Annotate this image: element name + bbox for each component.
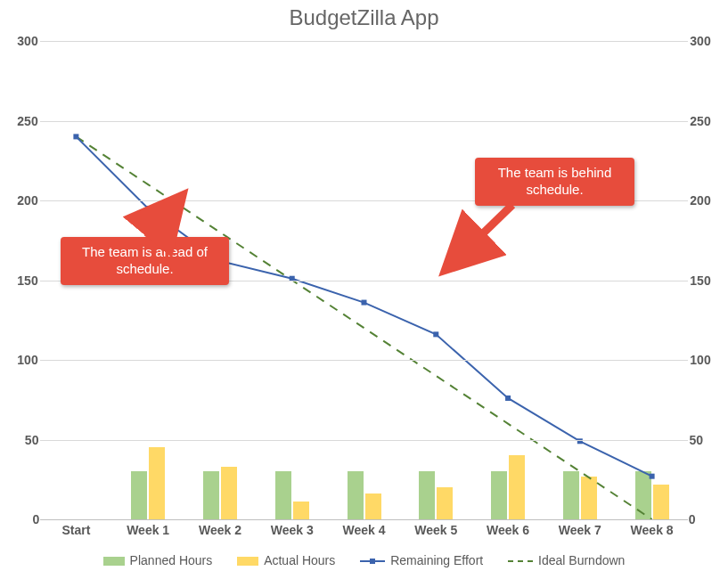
- svg-rect-1: [145, 206, 151, 211]
- y-tick: 50: [25, 433, 39, 447]
- legend-actual: Actual Hours: [237, 553, 335, 567]
- x-tick: Week 2: [199, 523, 241, 537]
- y-tick: 150: [690, 273, 710, 288]
- svg-rect-4: [362, 300, 367, 306]
- y-tick: 300: [17, 34, 37, 48]
- y-tick: 100: [690, 353, 710, 367]
- y-tick: 200: [17, 193, 37, 208]
- annotation-ahead: The team is ahead of schedule.: [61, 237, 229, 285]
- y-tick: 150: [17, 273, 37, 288]
- x-tick: Week 4: [343, 523, 386, 537]
- burndown-chart: BudgetZilla App 005050100100150150200200…: [0, 0, 728, 571]
- y-tick: 50: [690, 433, 704, 447]
- x-tick: Week 1: [127, 523, 169, 537]
- svg-rect-8: [650, 474, 655, 479]
- x-tick: Week 3: [271, 523, 314, 537]
- legend-planned: Planned Hours: [103, 553, 213, 567]
- x-tick: Week 8: [631, 523, 674, 537]
- x-axis-ticks: StartWeek 1Week 2Week 3Week 4Week 5Week …: [40, 523, 688, 541]
- svg-rect-6: [505, 396, 511, 401]
- legend-ideal: Ideal Burndown: [508, 553, 625, 567]
- y-tick: 250: [690, 114, 710, 128]
- chart-title: BudgetZilla App: [0, 5, 728, 30]
- svg-rect-5: [433, 331, 438, 337]
- legend: Planned Hours Actual Hours Remaining Eff…: [0, 553, 728, 567]
- x-tick: Week 5: [414, 523, 457, 537]
- y-tick: 0: [689, 512, 696, 526]
- y-tick: 250: [17, 114, 37, 128]
- y-tick: 200: [690, 193, 710, 208]
- x-tick: Start: [61, 523, 90, 537]
- y-tick: 100: [17, 353, 37, 367]
- svg-rect-0: [73, 134, 78, 139]
- y-tick: 0: [32, 512, 39, 526]
- x-tick: Week 7: [559, 523, 601, 537]
- y-tick: 300: [690, 34, 710, 48]
- legend-remaining: Remaining Effort: [360, 553, 483, 567]
- annotation-behind: The team is behind schedule.: [475, 158, 634, 206]
- x-tick: Week 6: [487, 523, 529, 537]
